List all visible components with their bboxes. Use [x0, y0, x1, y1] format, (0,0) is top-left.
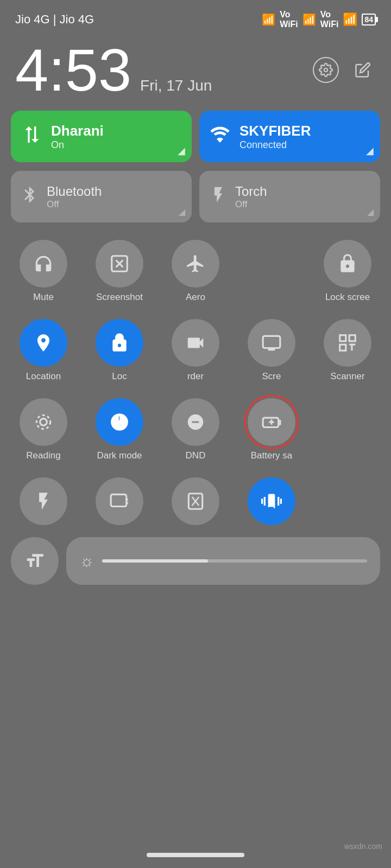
rotation-lock-cell[interactable]: Loc	[81, 312, 157, 386]
brightness-fill	[102, 559, 208, 563]
vowifi-label1: VoWiFi	[280, 10, 298, 29]
aeroplane-label: Aero	[186, 292, 205, 303]
main-tiles: Dharani On ◢ SKYFIBER Connected ◢	[0, 111, 391, 171]
torch-icon	[209, 186, 228, 208]
bluetooth-icon	[21, 186, 39, 208]
mobile-data-tile[interactable]: Dharani On ◢	[11, 111, 192, 162]
dnd-icon-circle	[172, 398, 219, 446]
location-cell[interactable]: Location	[5, 312, 81, 386]
recorder-label: rder	[187, 371, 204, 382]
data-icon	[21, 124, 42, 150]
recorder-icon-circle	[172, 319, 219, 367]
watermark: wsxdn.com	[344, 842, 382, 851]
lockscreen-label: Lock scree	[325, 292, 370, 303]
screenshot-label: Screenshot	[96, 292, 143, 303]
nfc-icon-circle	[172, 477, 219, 525]
batterysaver-cell[interactable]: Battery sa	[234, 392, 310, 465]
batterysaver-icon-circle	[248, 398, 295, 446]
cast-cell[interactable]	[81, 471, 157, 529]
edit-icon[interactable]	[350, 57, 376, 83]
darkmode-label: Dark mode	[97, 450, 142, 461]
status-icons: 📶 VoWiFi 📶 VoWiFi 📶 84	[262, 10, 376, 29]
flash-cell[interactable]	[5, 471, 81, 529]
vibrate-icon-circle	[248, 477, 295, 525]
svg-rect-5	[340, 344, 346, 350]
dnd-label: DND	[186, 450, 206, 461]
signal-icon2: 📶	[302, 13, 316, 26]
wifi-tile-arrow: ◢	[366, 145, 374, 157]
svg-rect-3	[340, 335, 346, 341]
aeroplane-cell[interactable]: Aero	[157, 233, 234, 307]
screencast-cell[interactable]: Scre	[234, 312, 310, 386]
bluetooth-tile[interactable]: Bluetooth Off ◢	[11, 171, 192, 222]
screencast-icon-circle	[248, 319, 295, 367]
screenshot-icon-circle	[96, 240, 143, 288]
location-icon-circle	[20, 319, 67, 367]
reading-icon-circle	[20, 398, 67, 446]
vibrate-cell[interactable]	[234, 471, 310, 529]
batterysaver-label: Battery sa	[251, 450, 293, 461]
darkmode-cell[interactable]: Dark mode	[81, 392, 157, 465]
svg-rect-4	[349, 335, 355, 341]
data-tile-name: Dharani	[51, 123, 104, 139]
date-display: Fri, 17 Jun	[140, 77, 212, 94]
wifi-tile-text: SKYFIBER Connected	[239, 123, 311, 151]
bluetooth-tile-arrow: ◢	[179, 207, 185, 217]
font-size-icon-circle[interactable]	[11, 537, 59, 585]
svg-rect-2	[263, 336, 280, 348]
scanner-icon-circle	[324, 319, 371, 367]
icon-grid-row1: Mute Screenshot Aero Lock scree	[0, 233, 391, 307]
time-icons	[313, 57, 376, 83]
lockscreen-icon-circle	[324, 240, 371, 288]
torch-tile-arrow: ◢	[367, 207, 374, 217]
torch-tile-name: Torch	[235, 184, 267, 199]
brightness-row: ☼	[0, 529, 391, 590]
dnd-cell[interactable]: DND	[157, 392, 234, 465]
bluetooth-tile-name: Bluetooth	[47, 184, 102, 199]
bluetooth-tile-text: Bluetooth Off	[47, 184, 102, 210]
svg-point-7	[36, 415, 50, 429]
scanner-label: Scanner	[330, 371, 364, 382]
home-bar	[147, 853, 244, 857]
clock-display: 4:53	[15, 40, 131, 100]
mute-label: Mute	[33, 292, 54, 303]
data-tile-sub: On	[51, 139, 104, 151]
rotation-lock-icon-circle	[96, 319, 143, 367]
wifi-tile[interactable]: SKYFIBER Connected ◢	[199, 111, 380, 162]
wifi-tile-sub: Connected	[239, 139, 311, 151]
rotation-lock-label: Loc	[112, 371, 127, 382]
torch-tile-text: Torch Off	[235, 184, 267, 210]
icon-grid-row3: Reading Dark mode DND Battery sa	[0, 392, 391, 465]
wifi-tile-name: SKYFIBER	[239, 123, 311, 139]
recorder-cell[interactable]: rder	[157, 312, 234, 386]
torch-tile-sub: Off	[235, 199, 267, 210]
reading-cell[interactable]: Reading	[5, 392, 81, 465]
torch-tile[interactable]: Torch Off ◢	[199, 171, 380, 222]
mute-cell[interactable]: Mute	[5, 233, 81, 307]
wifi-tile-icon	[209, 124, 231, 150]
brightness-sun-icon: ☼	[79, 552, 94, 570]
settings-icon[interactable]	[313, 57, 339, 83]
time-area: 4:53 Fri, 17 Jun	[0, 35, 391, 111]
icon-grid-row2: Location Loc rder Scre	[0, 312, 391, 386]
svg-point-6	[40, 419, 47, 426]
lockscreen-cell[interactable]: Lock scree	[310, 233, 386, 307]
location-label: Location	[26, 371, 61, 382]
carrier-text: Jio 4G | Jio 4G	[15, 12, 94, 27]
cast-icon-circle	[96, 477, 143, 525]
data-tile-arrow: ◢	[178, 145, 185, 157]
bluetooth-tile-sub: Off	[47, 199, 102, 210]
darkmode-icon-circle	[96, 398, 143, 446]
flash-icon-circle	[20, 477, 67, 525]
status-bar: Jio 4G | Jio 4G 📶 VoWiFi 📶 VoWiFi 📶 84	[0, 0, 391, 35]
scanner-cell[interactable]: Scanner	[310, 312, 386, 386]
data-tile-text: Dharani On	[51, 123, 104, 151]
nfc-cell[interactable]	[157, 471, 234, 529]
brightness-slider-container[interactable]: ☼	[66, 537, 380, 585]
screenshot-cell[interactable]: Screenshot	[81, 233, 157, 307]
signal-icon1: 📶	[262, 13, 275, 26]
svg-rect-9	[111, 494, 127, 506]
wifi-icon: 📶	[343, 12, 357, 27]
toggle-tiles: Bluetooth Off ◢ Torch Off ◢	[0, 171, 391, 233]
brightness-track[interactable]	[102, 559, 368, 563]
